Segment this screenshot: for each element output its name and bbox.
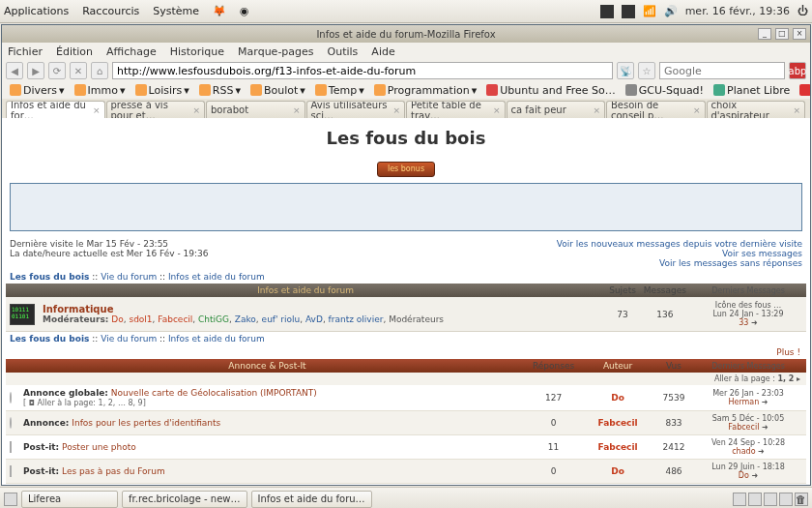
tab-0[interactable]: Infos et aide du for…× — [6, 101, 105, 118]
bookmark-immo[interactable]: Immo▾ — [71, 84, 130, 97]
trash-icon[interactable]: 🗑 — [795, 493, 808, 506]
window-titlebar[interactable]: Infos et aide du forum-Mozilla Firefox _… — [2, 25, 810, 43]
topic-row[interactable]: Annonce: Infos pour les pertes d'identif… — [6, 411, 806, 435]
topic-count: 73 — [605, 297, 640, 332]
workspace-4[interactable] — [779, 493, 793, 506]
topic-link[interactable]: Les pas à pas du Forum — [62, 466, 165, 476]
topic-row[interactable]: Post-it: Pour gérer votre compte SERVIMG… — [6, 484, 806, 487]
bonus-button[interactable]: les bonus — [377, 162, 435, 177]
adblock-icon[interactable]: abp — [789, 62, 806, 79]
topic-link[interactable]: Poster une photo — [62, 442, 136, 452]
link-no-reply[interactable]: Voir les messages sans réponses — [659, 258, 802, 268]
post-count: 136 — [640, 297, 690, 332]
task-firefox[interactable]: Infos et aide du foru… — [251, 491, 372, 508]
topic-link[interactable]: Nouvelle carte de Géolocalisation (IMPOR… — [111, 388, 317, 398]
bookmark-boulot[interactable]: Boulot▾ — [246, 84, 309, 97]
bookmark-planet[interactable]: Planet Libre — [710, 84, 794, 97]
last-post: Icône des fous …Lun 24 Jan - 13:2933 ➜ — [690, 297, 806, 332]
tray-indicator-1[interactable] — [600, 5, 614, 18]
bookmark-star-icon[interactable]: ☆ — [638, 62, 655, 79]
tab-2[interactable]: borabot× — [206, 101, 305, 118]
category-link[interactable]: Informatique — [43, 304, 113, 314]
menu-affichage[interactable]: Affichage — [106, 45, 157, 58]
firefox-icon[interactable]: 🦊 — [213, 5, 226, 17]
link-your-msgs[interactable]: Voir ses messages — [722, 249, 802, 258]
network-icon[interactable]: 📶 — [643, 5, 656, 17]
workspace-3[interactable] — [764, 493, 777, 506]
menu-edition[interactable]: Édition — [56, 45, 93, 58]
back-button[interactable]: ◀ — [6, 62, 23, 79]
tray-indicator-2[interactable] — [622, 5, 635, 18]
show-desktop-button[interactable] — [4, 493, 17, 506]
current-time: La date/heure actuelle est Mer 16 Fév - … — [10, 249, 208, 258]
menu-aide[interactable]: Aide — [371, 45, 394, 58]
forum-title: Les fous du bois — [6, 128, 806, 148]
task-bricolage[interactable]: fr.rec.bricolage - new… — [122, 491, 247, 508]
forward-button[interactable]: ▶ — [27, 62, 44, 79]
bookmark-temp[interactable]: Temp▾ — [311, 84, 368, 97]
menu-systeme[interactable]: Système — [153, 5, 199, 17]
bookmark-gmail[interactable]: Gmail : la messagerie … — [796, 84, 811, 97]
pager: Aller à la page : 1, 2 ▸ — [6, 373, 806, 385]
bookmark-divers[interactable]: Divers▾ — [6, 84, 69, 97]
breadcrumb-2[interactable]: Infos et aide du forum — [168, 272, 265, 282]
breadcrumb-1[interactable]: Vie du forum — [101, 272, 157, 282]
bookmark-ubuntu[interactable]: Ubuntu and Free So… — [482, 84, 620, 97]
shutdown-icon[interactable]: ⏻ — [798, 5, 808, 17]
bookmarks-toolbar: Divers▾ Immo▾ Loisirs▾ RSS▾ Boulot▾ Temp… — [2, 81, 810, 99]
volume-icon[interactable]: 🔊 — [664, 5, 678, 17]
ad-banner[interactable] — [10, 183, 802, 231]
menu-fichier[interactable]: Fichier — [8, 45, 43, 58]
page-content[interactable]: Les fous du bois les bonus Dernière visi… — [2, 118, 810, 486]
firefox-menubar: Fichier Édition Affichage Historique Mar… — [2, 43, 810, 60]
rss-icon[interactable]: 📡 — [617, 62, 634, 79]
tab-5[interactable]: ca fait peur× — [507, 101, 606, 118]
clock[interactable]: mer. 16 févr., 19:36 — [685, 5, 790, 17]
plus-link[interactable]: Plus ! — [776, 347, 800, 357]
tab-4[interactable]: Petite table de trav…× — [406, 101, 506, 118]
task-liferea[interactable]: Liferea — [21, 491, 118, 508]
bookmark-loisirs[interactable]: Loisirs▾ — [131, 84, 193, 97]
workspace-2[interactable] — [748, 493, 762, 506]
reload-button[interactable]: ⟳ — [48, 62, 66, 79]
section-header: Infos et aide du forum — [6, 284, 605, 297]
bookmark-rss[interactable]: RSS▾ — [195, 84, 245, 97]
menu-raccourcis[interactable]: Raccourcis — [82, 5, 139, 17]
tab-6[interactable]: Besoin de conseil p…× — [606, 101, 706, 118]
stop-button[interactable]: ✕ — [70, 62, 87, 79]
tab-7[interactable]: choix d'aspirateur× — [707, 101, 806, 118]
menu-outils[interactable]: Outils — [328, 45, 359, 58]
tab-strip: Infos et aide du for…× presse à vis pour… — [2, 99, 810, 118]
gnome-bottom-panel: Liferea fr.rec.bricolage - new… Infos et… — [0, 487, 812, 508]
topic-row[interactable]: Post-it: Poster une photo11Fabcecil2412V… — [6, 435, 806, 460]
window-title: Infos et aide du forum-Mozilla Firefox — [316, 29, 495, 40]
search-input[interactable] — [659, 62, 785, 79]
app-icon[interactable]: ◉ — [240, 5, 249, 17]
topic-link[interactable]: Infos pour les pertes d'identifiants — [72, 418, 220, 428]
home-button[interactable]: ⌂ — [91, 62, 108, 79]
tab-1[interactable]: presse à vis pour et…× — [106, 101, 206, 118]
bookmark-gcu[interactable]: GCU-Squad! — [622, 84, 708, 97]
link-new-msgs[interactable]: Voir les nouveaux messages depuis votre … — [557, 239, 802, 249]
topic-row[interactable]: Annonce globale: Nouvelle carte de Géolo… — [6, 385, 806, 411]
workspace-1[interactable] — [733, 493, 746, 506]
forum-icon: 1011101101 — [10, 304, 35, 325]
url-input[interactable] — [112, 62, 613, 79]
breadcrumb-2nd: Les fous du bois :: Vie du forum :: Info… — [6, 332, 806, 345]
menu-applications[interactable]: Applications — [4, 5, 69, 17]
window-minimize[interactable]: _ — [758, 28, 771, 40]
tab-close-icon[interactable]: × — [93, 105, 101, 115]
topic-row[interactable]: Post-it: Les pas à pas du Forum0Do486Lun… — [6, 460, 806, 484]
tab-3[interactable]: Avis utilisateurs sci…× — [306, 101, 406, 118]
window-close[interactable]: × — [793, 28, 806, 40]
menu-historique[interactable]: Historique — [170, 45, 224, 58]
breadcrumb-root[interactable]: Les fous du bois — [10, 272, 89, 282]
window-maximize[interactable]: □ — [775, 28, 789, 40]
breadcrumb: Les fous du bois :: Vie du forum :: Info… — [6, 270, 806, 284]
bookmark-prog[interactable]: Programmation▾ — [370, 84, 480, 97]
menu-marquepages[interactable]: Marque-pages — [238, 45, 313, 58]
system-menu: Applications Raccourcis Système 🦊 ◉ — [4, 5, 249, 17]
last-visit: Dernière visite le Mar 15 Fév - 23:55 — [10, 239, 208, 249]
firefox-window: Infos et aide du forum-Mozilla Firefox _… — [1, 24, 811, 486]
navigation-toolbar: ◀ ▶ ⟳ ✕ ⌂ 📡 ☆ abp — [2, 60, 810, 81]
